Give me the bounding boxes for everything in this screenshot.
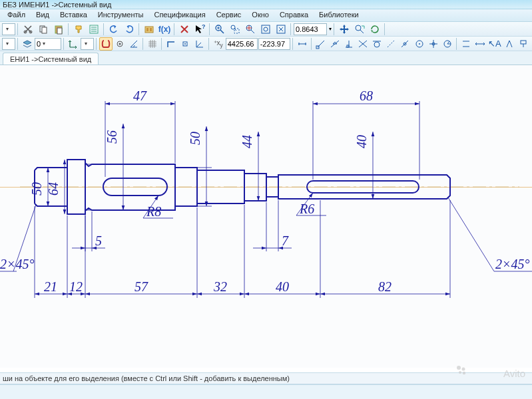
dim-chamfer-left: 2×45°: [0, 257, 35, 271]
dim-linear-button[interactable]: [296, 37, 309, 51]
menu-file[interactable]: Файл: [3, 9, 30, 21]
dim-21: 21: [44, 279, 57, 294]
dim-40: 40: [354, 135, 369, 148]
rough-button[interactable]: [503, 37, 516, 51]
svg-rect-9: [150, 28, 152, 31]
snap-int-button[interactable]: [356, 37, 370, 51]
watermark: Avito: [455, 364, 525, 379]
undo-button[interactable]: [107, 23, 121, 36]
dim-82: 82: [378, 279, 392, 294]
document-tab[interactable]: ЕНИ1 ->Системный вид: [3, 53, 99, 65]
snap-tan-button[interactable]: [370, 37, 384, 51]
toolbar-main: ▾ f(x) ? ▾: [0, 22, 532, 37]
local-sys-button[interactable]: [193, 37, 206, 51]
doc-type-combo[interactable]: ▾: [2, 23, 15, 35]
svg-rect-5: [57, 28, 62, 34]
svg-point-22: [184, 43, 186, 45]
dim-chamfer-right: 2×45°: [495, 257, 530, 271]
snap-angle-button[interactable]: [127, 37, 140, 51]
help-cursor-button[interactable]: ?: [192, 23, 207, 36]
library-button[interactable]: [142, 23, 156, 36]
coord-x-input[interactable]: [226, 38, 258, 50]
bottom-task-strip: [0, 384, 532, 399]
cut-button[interactable]: [21, 23, 35, 36]
snap-cen-button[interactable]: [413, 37, 426, 51]
refresh-view-button[interactable]: [368, 23, 382, 36]
snap-ang-button[interactable]: [441, 37, 454, 51]
zoom-value-input[interactable]: [294, 23, 327, 35]
zoom-dynamic-button[interactable]: [243, 23, 258, 36]
dim-64: 64: [46, 182, 61, 196]
view-combo[interactable]: ▾: [2, 38, 15, 50]
menu-service[interactable]: Сервис: [212, 9, 246, 21]
coord-y-input[interactable]: [258, 38, 290, 50]
dim-50l: 50: [29, 182, 44, 196]
pan-button[interactable]: [337, 23, 352, 36]
svg-point-94: [462, 372, 465, 374]
svg-rect-24: [347, 45, 349, 47]
menu-tools[interactable]: Инструменты: [93, 9, 148, 21]
drawing-canvas[interactable]: 47 68 56 50 44 40 50 64 R: [0, 65, 532, 368]
snap-mid-button[interactable]: [328, 37, 342, 51]
menu-bar: Файл Вид Вставка Инструменты Спецификаци…: [0, 9, 532, 22]
coord-sys-combo[interactable]: ▾: [81, 38, 94, 50]
dim-32: 32: [213, 279, 227, 294]
grid-button[interactable]: [146, 37, 159, 51]
zoom-area-button[interactable]: [228, 23, 242, 36]
snap-endpoint-button[interactable]: [314, 37, 328, 51]
snap-enable-button[interactable]: [99, 37, 113, 51]
menu-window[interactable]: Окно: [247, 9, 274, 21]
format-dim-button[interactable]: [473, 37, 487, 51]
svg-point-16: [264, 27, 268, 31]
snap-settings-button[interactable]: [113, 37, 127, 51]
properties-button[interactable]: [87, 23, 101, 36]
zoom-prev-button[interactable]: [352, 23, 367, 36]
menu-insert[interactable]: Вставка: [55, 9, 92, 21]
menu-spec[interactable]: Спецификация: [149, 9, 210, 21]
status-bar: ши на объекте для его выделения (вместе …: [0, 372, 532, 384]
coords-label: ⁺xy: [212, 37, 225, 51]
snap-para-button[interactable]: [459, 37, 473, 51]
copy-button[interactable]: [36, 23, 51, 36]
toolbar-secondary: ▾ 0▾ ▾ ⁺xy ↖A: [0, 37, 532, 51]
snap-perp-button[interactable]: [342, 37, 356, 51]
svg-rect-7: [145, 27, 153, 33]
zoom-fit-button[interactable]: [258, 23, 273, 36]
round-button[interactable]: [178, 37, 192, 51]
dim-r6: R6: [299, 201, 314, 216]
svg-point-18: [356, 25, 361, 31]
ortho-button[interactable]: [164, 37, 178, 51]
svg-rect-31: [521, 41, 526, 44]
paste-button[interactable]: [51, 23, 66, 36]
window-title-bar: БЕЗ ИМЕНИ1 ->Системный вид: [0, 0, 532, 9]
svg-point-25: [374, 42, 380, 47]
svg-point-92: [461, 368, 465, 371]
dim-12: 12: [69, 279, 83, 294]
menu-libraries[interactable]: Библиотеки: [314, 9, 364, 21]
zoom-selection-button[interactable]: [274, 23, 288, 36]
svg-rect-3: [42, 27, 47, 33]
cancel-button[interactable]: [177, 23, 192, 36]
leader-button[interactable]: ↖A: [487, 37, 502, 51]
menu-help[interactable]: Справка: [275, 9, 313, 21]
svg-point-28: [419, 43, 420, 45]
dim-57: 57: [134, 279, 148, 294]
menu-view[interactable]: Вид: [31, 9, 54, 21]
redo-button[interactable]: [122, 23, 136, 36]
snap-ext-button[interactable]: [384, 37, 398, 51]
snap-near-button[interactable]: [398, 37, 411, 51]
snap-node-button[interactable]: [427, 37, 440, 51]
layer-combo[interactable]: 0▾: [35, 38, 61, 50]
format-painter-button[interactable]: [71, 23, 86, 36]
svg-point-91: [457, 366, 461, 370]
dim-r8: R8: [146, 204, 161, 219]
svg-text:?: ?: [202, 24, 205, 30]
dim-40b: 40: [276, 279, 289, 294]
dim-7: 7: [282, 233, 289, 248]
layer-button[interactable]: [21, 37, 34, 51]
datum-button[interactable]: [517, 37, 530, 51]
variables-button[interactable]: f(x): [157, 23, 172, 36]
coord-button[interactable]: [67, 37, 80, 51]
zoom-in-button[interactable]: [212, 23, 227, 36]
svg-rect-15: [262, 25, 270, 33]
